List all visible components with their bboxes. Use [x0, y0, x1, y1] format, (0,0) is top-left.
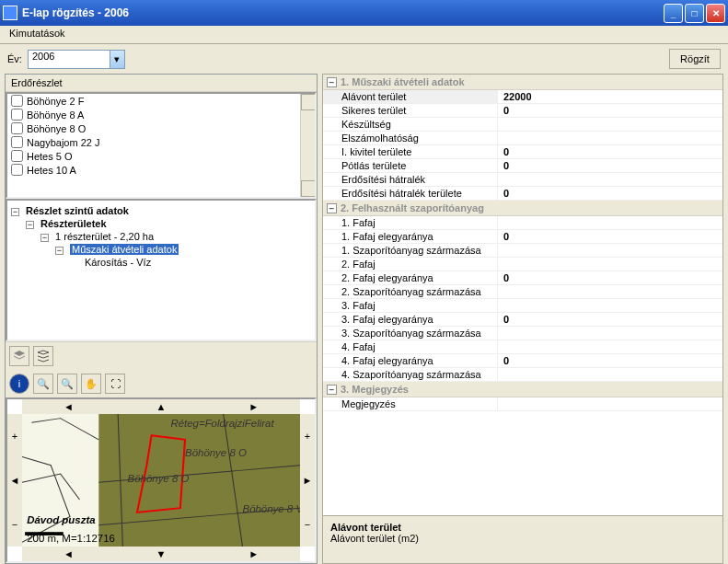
- prop-value[interactable]: [498, 285, 722, 298]
- checkbox[interactable]: [11, 109, 23, 121]
- tree-node[interactable]: − 1 részterület - 2,20 ha: [11, 230, 311, 243]
- collapse-icon[interactable]: −: [11, 208, 19, 216]
- year-select[interactable]: 2006 ▾: [28, 50, 125, 69]
- prop-value[interactable]: [498, 244, 722, 257]
- tree-view[interactable]: − Részlet szintű adatok − Részterületek …: [6, 199, 317, 341]
- extent-icon[interactable]: ⛶: [105, 374, 125, 394]
- chevron-down-icon[interactable]: ▼: [156, 548, 167, 559]
- tree-label: Károsítás - Víz: [85, 257, 151, 268]
- map-canvas[interactable]: ◄▲► ◄▼► +◄− +►− Réteg=FoldrajziFelirat B…: [6, 397, 317, 563]
- record-button[interactable]: Rögzít: [669, 49, 721, 69]
- prop-value[interactable]: [498, 340, 722, 353]
- prop-value[interactable]: [498, 397, 722, 410]
- checkbox[interactable]: [11, 122, 23, 134]
- prop-value[interactable]: [498, 118, 722, 131]
- prop-row[interactable]: 4. Fafaj elegyaránya0: [323, 354, 722, 368]
- prop-value[interactable]: [498, 258, 722, 270]
- chevron-left-icon[interactable]: ◄: [10, 475, 20, 486]
- list-item[interactable]: Hetes 10 A: [7, 163, 315, 177]
- menu-reports[interactable]: Kimutatások: [4, 26, 71, 40]
- chevron-down-icon[interactable]: ▾: [110, 51, 124, 68]
- collapse-icon[interactable]: −: [26, 221, 34, 229]
- prop-value[interactable]: [498, 327, 722, 340]
- prop-row[interactable]: 1. Fafaj: [323, 216, 722, 230]
- list-item[interactable]: Böhönye 8 A: [7, 108, 315, 121]
- prop-row[interactable]: Megjegyzés: [323, 397, 722, 411]
- list-item[interactable]: Nagybajom 22 J: [7, 135, 315, 149]
- scrollbar[interactable]: [300, 94, 315, 197]
- map-pan-left[interactable]: +◄−: [7, 414, 22, 547]
- prop-value[interactable]: [498, 132, 722, 144]
- prop-row[interactable]: Sikeres terület0: [323, 104, 722, 118]
- prop-value[interactable]: 0: [498, 187, 722, 200]
- pan-icon[interactable]: ✋: [81, 374, 101, 394]
- tree-node[interactable]: − Részlet szintű adatok: [11, 204, 311, 217]
- chevron-up-icon[interactable]: ▲: [156, 401, 167, 412]
- prop-row[interactable]: 1. Szaporítóanyag származása: [323, 244, 722, 258]
- prop-row[interactable]: 1. Fafaj elegyaránya0: [323, 230, 722, 244]
- prop-row[interactable]: Erdősítési hátralék: [323, 173, 722, 187]
- prop-value[interactable]: 0: [498, 271, 722, 284]
- prop-row[interactable]: Alávont terület22000: [323, 90, 722, 104]
- prop-row[interactable]: Pótlás területe0: [323, 159, 722, 173]
- chevron-right-icon[interactable]: ►: [303, 475, 313, 486]
- list-item[interactable]: Böhönye 8 O: [7, 121, 315, 135]
- tree-node[interactable]: Károsítás - Víz: [11, 256, 311, 269]
- prop-value[interactable]: 0: [498, 230, 722, 243]
- checkbox[interactable]: [11, 150, 23, 162]
- layers-icon[interactable]: [9, 346, 29, 366]
- prop-value[interactable]: [498, 216, 722, 229]
- prop-row[interactable]: Készültség: [323, 118, 722, 132]
- info-icon[interactable]: i: [9, 374, 29, 394]
- forest-list[interactable]: Böhönye 2 FBöhönye 8 ABöhönye 8 ONagybaj…: [6, 92, 317, 199]
- list-item[interactable]: Böhönye 2 F: [7, 94, 315, 108]
- list-item[interactable]: Hetes 5 O: [7, 149, 315, 163]
- prop-name: 2. Fafaj elegyaránya: [323, 271, 498, 284]
- section-title: 3. Megjegyzés: [341, 384, 409, 395]
- prop-row[interactable]: 2. Fafaj elegyaránya0: [323, 271, 722, 285]
- prop-row[interactable]: I. kivitel területe0: [323, 145, 722, 159]
- prop-row[interactable]: 2. Szaporítóanyag származása: [323, 285, 722, 299]
- map-pan-top[interactable]: ◄▲►: [22, 399, 300, 414]
- maximize-button[interactable]: □: [685, 4, 704, 23]
- prop-section-3[interactable]: − 3. Megjegyzés: [323, 382, 722, 397]
- checkbox[interactable]: [11, 95, 23, 107]
- zoom-in-icon[interactable]: 🔍: [33, 374, 53, 394]
- collapse-icon[interactable]: −: [327, 203, 337, 213]
- prop-section-2[interactable]: − 2. Felhasznált szaporítóanyag: [323, 201, 722, 216]
- prop-value[interactable]: 0: [498, 145, 722, 158]
- prop-section-1[interactable]: − 1. Műszaki átvételi adatok: [323, 75, 722, 90]
- prop-row[interactable]: 4. Fafaj: [323, 340, 722, 354]
- prop-row[interactable]: Elszámolhatóság: [323, 132, 722, 145]
- prop-value[interactable]: [498, 368, 722, 381]
- collapse-icon[interactable]: −: [327, 77, 337, 87]
- prop-value[interactable]: 0: [498, 104, 722, 117]
- close-button[interactable]: ✕: [706, 4, 725, 23]
- collapse-icon[interactable]: −: [40, 234, 49, 242]
- tree-node[interactable]: − Műszaki átvételi adatok: [11, 243, 311, 256]
- prop-value[interactable]: 22000: [498, 90, 722, 103]
- prop-value[interactable]: 0: [498, 354, 722, 367]
- prop-row[interactable]: Erdősítési hátralék területe0: [323, 187, 722, 201]
- map-pan-right[interactable]: +►−: [300, 414, 315, 547]
- prop-row[interactable]: 3. Szaporítóanyag származása: [323, 327, 722, 340]
- zoom-out-icon[interactable]: 🔍: [57, 374, 77, 394]
- map-toolbar: i 🔍 🔍 ✋ ⛶: [6, 370, 317, 397]
- checkbox[interactable]: [11, 136, 23, 148]
- property-grid[interactable]: − 1. Műszaki átvételi adatok Alávont ter…: [323, 75, 722, 515]
- minimize-button[interactable]: _: [664, 4, 683, 23]
- map-pan-bottom[interactable]: ◄▼►: [22, 547, 300, 561]
- tree-node[interactable]: − Részterületek: [11, 217, 311, 230]
- prop-row[interactable]: 4. Szaporítóanyag származása: [323, 368, 722, 382]
- prop-value[interactable]: 0: [498, 159, 722, 172]
- prop-row[interactable]: 2. Fafaj: [323, 258, 722, 271]
- prop-value[interactable]: [498, 173, 722, 186]
- checkbox[interactable]: [11, 164, 23, 176]
- prop-value[interactable]: [498, 299, 722, 312]
- prop-row[interactable]: 3. Fafaj elegyaránya0: [323, 313, 722, 327]
- prop-value[interactable]: 0: [498, 313, 722, 326]
- prop-row[interactable]: 3. Fafaj: [323, 299, 722, 313]
- collapse-icon[interactable]: −: [327, 385, 337, 395]
- collapse-icon[interactable]: −: [55, 247, 64, 255]
- stack-icon[interactable]: [33, 346, 53, 366]
